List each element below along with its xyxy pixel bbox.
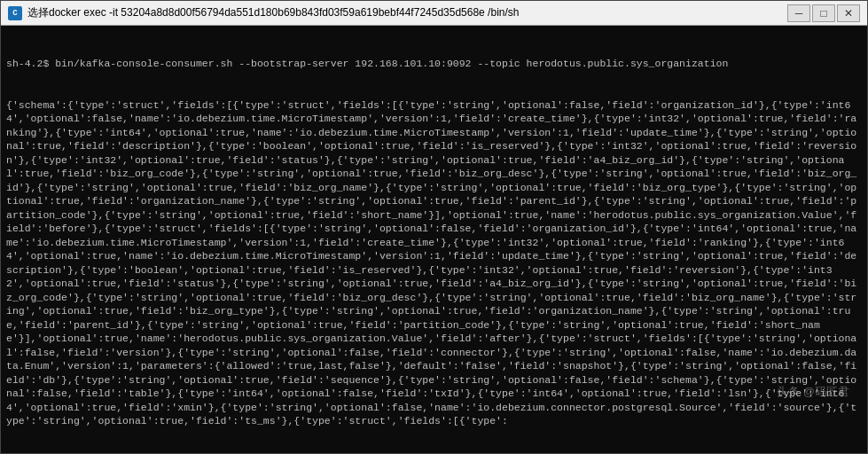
terminal-output[interactable]: sh-4.2$ bin/kafka-console-consumer.sh --… [1, 26, 867, 453]
terminal-content: {'schema':{'type':'struct','fields':[{'t… [6, 98, 862, 428]
window-title: 选择docker exec -it 53204a8d8d00f56794da55… [27, 5, 782, 20]
maximize-button[interactable]: □ [812, 4, 835, 22]
window-controls: ─ □ ✕ [787, 4, 860, 22]
close-button[interactable]: ✕ [837, 4, 860, 22]
main-window: C 选择docker exec -it 53204a8d8d00f56794da… [0, 0, 868, 454]
minimize-button[interactable]: ─ [787, 4, 810, 22]
window-icon: C [8, 6, 22, 20]
prompt-line: sh-4.2$ bin/kafka-console-consumer.sh --… [6, 57, 862, 71]
content-area: sh-4.2$ bin/kafka-console-consumer.sh --… [1, 26, 867, 453]
title-bar: C 选择docker exec -it 53204a8d8d00f56794da… [1, 1, 867, 26]
icon-letter: C [12, 9, 17, 18]
